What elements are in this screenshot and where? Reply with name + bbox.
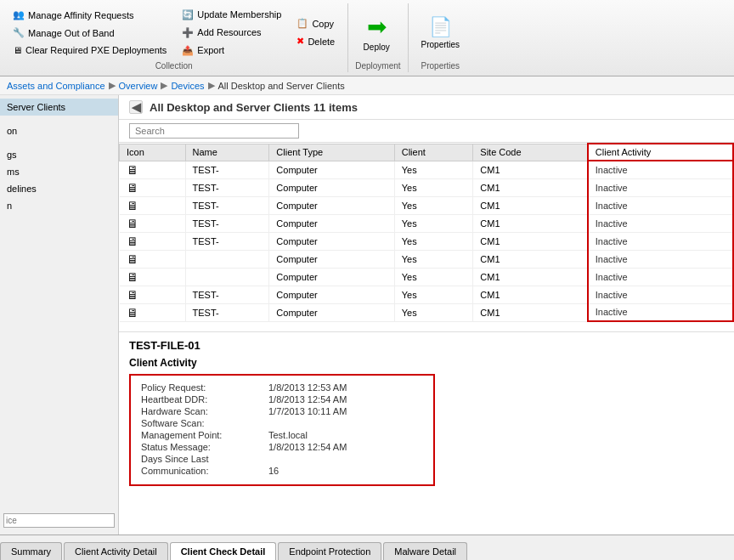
detail-row: Policy Request:1/8/2013 12:53 AM — [141, 382, 423, 393]
add-resources-button[interactable]: ➕ Add Resources — [176, 25, 287, 41]
tab-malware-detail[interactable]: Malware Detail — [383, 542, 467, 560]
cell-activity: Inactive — [588, 161, 733, 178]
cell-name — [185, 268, 269, 286]
cell-type: Computer — [269, 196, 394, 214]
cell-icon: 🖥 — [120, 303, 186, 321]
col-name: Name — [185, 144, 269, 161]
table-row[interactable]: 🖥 TEST- Computer Yes CM1 Inactive — [120, 232, 734, 250]
toolbar: 👥 Manage Affinity Requests 🔧 Manage Out … — [0, 0, 734, 76]
table-row[interactable]: 🖥 TEST- Computer Yes CM1 Inactive — [120, 196, 734, 214]
cell-icon: 🖥 — [120, 268, 186, 286]
sidebar-item-delines[interactable]: delines — [0, 180, 118, 197]
cell-name: TEST- — [185, 232, 269, 250]
cell-site: CM1 — [473, 232, 588, 250]
content-header: ◀ All Desktop and Server Clients 11 item… — [119, 95, 734, 120]
deploy-button[interactable]: ➡ Deploy — [355, 8, 398, 56]
tab-client-check-detail[interactable]: Client Check Detail — [170, 542, 277, 560]
detail-section: TEST-FILE-01 Client Activity Policy Requ… — [119, 331, 734, 535]
collection-col3: 📋 Copy ✖ Delete — [291, 15, 341, 49]
breadcrumb-assets[interactable]: Assets and Compliance — [7, 81, 105, 91]
detail-label: Hardware Scan: — [141, 406, 268, 416]
detail-value: 16 — [268, 466, 279, 476]
table-row[interactable]: 🖥 TEST- Computer Yes CM1 Inactive — [120, 286, 734, 303]
update-icon: 🔄 — [182, 9, 194, 20]
export-icon: 📤 — [182, 45, 194, 56]
cell-type: Computer — [269, 286, 394, 303]
tab-summary[interactable]: Summary — [0, 542, 62, 560]
detail-label: Days Since Last — [141, 454, 268, 464]
collapse-button[interactable]: ◀ — [129, 100, 143, 114]
cell-icon: 🖥 — [120, 178, 186, 196]
cell-icon: 🖥 — [120, 286, 186, 303]
detail-row: Heartbeat DDR:1/8/2013 12:54 AM — [141, 394, 423, 404]
copy-button[interactable]: 📋 Copy — [291, 15, 341, 31]
detail-value: 1/8/2013 12:54 AM — [268, 394, 347, 404]
cell-type: Computer — [269, 250, 394, 268]
cell-client: Yes — [394, 286, 473, 303]
cell-activity: Inactive — [588, 196, 733, 214]
sidebar-item-blank2[interactable] — [0, 139, 118, 146]
table-row[interactable]: 🖥 Computer Yes CM1 Inactive — [120, 250, 734, 268]
manage-affinity-button[interactable]: 👥 Manage Affinity Requests — [7, 7, 172, 23]
search-input[interactable] — [129, 123, 299, 139]
detail-label: Status Message: — [141, 442, 268, 452]
clear-pxe-button[interactable]: 🖥 Clear Required PXE Deployments — [7, 42, 172, 58]
breadcrumb-devices[interactable]: Devices — [171, 81, 204, 91]
sidebar-search[interactable] — [3, 513, 115, 528]
tab-endpoint-protection[interactable]: Endpoint Protection — [278, 542, 381, 560]
tab-client-activity-detail[interactable]: Client Activity Detail — [64, 542, 168, 560]
cell-client: Yes — [394, 178, 473, 196]
update-membership-button[interactable]: 🔄 Update Membership — [176, 7, 287, 23]
collection-label: Collection — [7, 59, 341, 71]
sidebar-item-server-clients[interactable]: Server Clients — [0, 99, 118, 116]
cell-name — [185, 250, 269, 268]
delete-button[interactable]: ✖ Delete — [291, 33, 341, 49]
sidebar-item-gs[interactable]: gs — [0, 146, 118, 163]
device-table-wrap: Icon Name Client Type Client Site Code C… — [119, 143, 734, 331]
detail-value: 1/8/2013 12:53 AM — [268, 382, 347, 393]
cell-icon: 🖥 — [120, 161, 186, 178]
table-body: 🖥 TEST- Computer Yes CM1 Inactive 🖥 TEST… — [120, 161, 734, 321]
device-table: Icon Name Client Type Client Site Code C… — [119, 143, 734, 322]
detail-row: Management Point:Test.local — [141, 430, 423, 440]
properties-buttons: 📄 Properties — [415, 5, 466, 59]
detail-value: 1/7/2013 10:11 AM — [268, 406, 347, 416]
breadcrumb-overview[interactable]: Overview — [119, 81, 158, 91]
properties-button[interactable]: 📄 Properties — [415, 12, 466, 54]
table-row[interactable]: 🖥 TEST- Computer Yes CM1 Inactive — [120, 303, 734, 321]
col-icon: Icon — [120, 144, 186, 161]
sidebar-item-ms[interactable]: ms — [0, 163, 118, 180]
table-row[interactable]: 🖥 TEST- Computer Yes CM1 Inactive — [120, 178, 734, 196]
detail-row: Software Scan: — [141, 418, 423, 428]
cell-client: Yes — [394, 232, 473, 250]
manage-oob-icon: 🔧 — [13, 27, 25, 38]
left-sidebar: Server Clients on gs ms delines n — [0, 95, 119, 535]
sidebar-item-blank1[interactable] — [0, 116, 118, 122]
sidebar-item-on[interactable]: on — [0, 122, 118, 139]
cell-type: Computer — [269, 178, 394, 196]
cell-site: CM1 — [473, 268, 588, 286]
collection-buttons: 👥 Manage Affinity Requests 🔧 Manage Out … — [7, 5, 341, 59]
main-area: Server Clients on gs ms delines n ◀ All … — [0, 95, 734, 535]
detail-device-name: TEST-FILE-01 — [129, 339, 724, 352]
detail-row: Hardware Scan:1/7/2013 10:11 AM — [141, 406, 423, 416]
table-row[interactable]: 🖥 TEST- Computer Yes CM1 Inactive — [120, 161, 734, 178]
cell-type: Computer — [269, 232, 394, 250]
detail-box: Policy Request:1/8/2013 12:53 AMHeartbea… — [129, 374, 435, 486]
sidebar-item-blank3[interactable] — [0, 214, 118, 221]
detail-value: Test.local — [268, 430, 308, 440]
cell-type: Computer — [269, 214, 394, 232]
cell-activity: Inactive — [588, 268, 733, 286]
table-header-row: Icon Name Client Type Client Site Code C… — [120, 144, 734, 161]
cell-name: TEST- — [185, 196, 269, 214]
detail-label: Software Scan: — [141, 418, 268, 428]
breadcrumb-current: All Desktop and Server Clients — [218, 81, 345, 91]
table-row[interactable]: 🖥 Computer Yes CM1 Inactive — [120, 268, 734, 286]
table-row[interactable]: 🖥 TEST- Computer Yes CM1 Inactive — [120, 214, 734, 232]
bottom-tabs: SummaryClient Activity DetailClient Chec… — [0, 535, 734, 560]
properties-label: Properties — [415, 59, 466, 71]
export-button[interactable]: 📤 Export — [176, 42, 287, 59]
col-type: Client Type — [269, 144, 394, 161]
manage-oob-button[interactable]: 🔧 Manage Out of Band — [7, 25, 172, 41]
sidebar-item-n[interactable]: n — [0, 197, 118, 214]
